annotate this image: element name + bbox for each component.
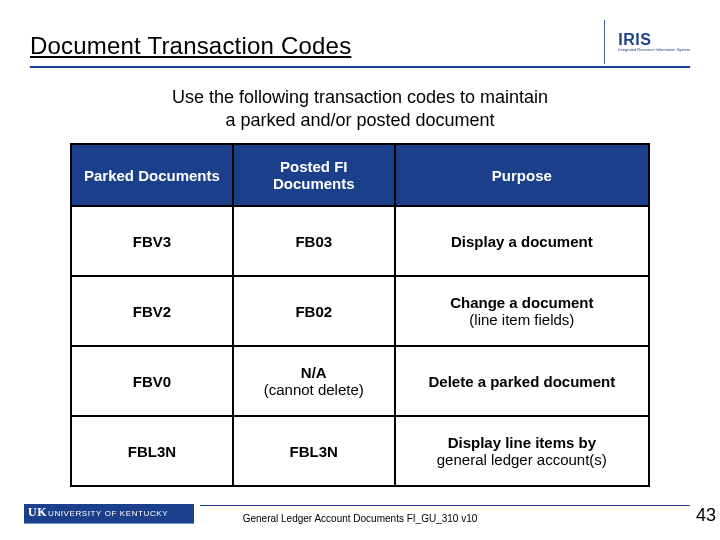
cell-purpose: Delete a parked document [395,346,649,416]
page-number: 43 [696,505,716,526]
col-header-purpose: Purpose [492,167,552,184]
cell-purpose: Display line items bygeneral ledger acco… [395,416,649,486]
col-header-posted: Posted FI Documents [273,158,355,192]
col-header-parked: Parked Documents [84,167,220,184]
table-row: FBV0 N/A(cannot delete) Delete a parked … [71,346,649,416]
cell-parked: FBL3N [71,416,233,486]
intro-line-1: Use the following transaction codes to m… [172,87,548,107]
cell-posted: FB03 [233,206,395,276]
iris-logo: IRIS Integrated Resource Information Sys… [604,20,690,64]
cell-parked: FBV3 [71,206,233,276]
table-header-row: Parked Documents Posted FI Documents Pur… [71,144,649,206]
cell-posted: N/A(cannot delete) [233,346,395,416]
intro-text: Use the following transaction codes to m… [30,86,690,131]
cell-parked: FBV2 [71,276,233,346]
cell-purpose: Change a document(line item fields) [395,276,649,346]
intro-line-2: a parked and/or posted document [225,110,494,130]
cell-parked: FBV0 [71,346,233,416]
page-title: Document Transaction Codes [30,32,351,64]
iris-flower-icon [613,27,614,57]
cell-posted: FBL3N [233,416,395,486]
title-divider [30,66,690,68]
transaction-codes-table: Parked Documents Posted FI Documents Pur… [70,143,650,487]
table-row: FBV3 FB03 Display a document [71,206,649,276]
table-row: FBL3N FBL3N Display line items bygeneral… [71,416,649,486]
table-row: FBV2 FB02 Change a document(line item fi… [71,276,649,346]
iris-logo-name: IRIS [618,32,690,48]
cell-purpose: Display a document [395,206,649,276]
footer-doc-ref: General Ledger Account Documents FI_GU_3… [0,513,720,524]
slide-footer: UK UNIVERSITY OF KENTUCKY General Ledger… [0,494,720,530]
footer-divider [200,505,690,506]
iris-logo-tagline: Integrated Resource Information System [618,48,690,52]
cell-posted: FB02 [233,276,395,346]
